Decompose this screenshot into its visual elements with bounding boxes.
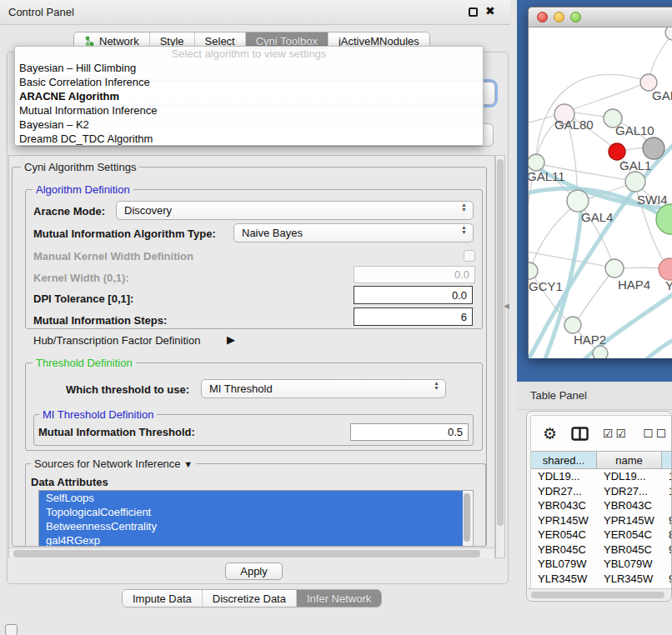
attribute-item[interactable]: TopologicalCoefficient [39,505,463,519]
tab-infer-network[interactable]: Infer Network [296,590,381,607]
sources-collapse-icon: ▼ [183,459,193,469]
network-node[interactable] [609,143,625,160]
network-edge [574,269,614,324]
node-label: HAP2 [574,332,606,347]
column-header[interactable]: name [597,451,662,469]
tab-label: Infer Network [307,592,371,605]
mi-type-combobox[interactable]: Naive Bayes ▲▼ [233,223,474,242]
table-row[interactable]: YDR27...YDR27...12 [531,484,672,499]
attributes-scrollbar[interactable] [463,492,472,545]
mi-type-label: Mutual Information Algorithm Type: [33,228,216,240]
which-threshold-combobox[interactable]: MI Threshold ▲▼ [201,379,446,398]
tab-discretize-data[interactable]: Discretize Data [202,590,296,607]
stepper-icon: ▲▼ [434,381,439,391]
network-node[interactable] [529,154,544,171]
network-node[interactable] [529,262,538,279]
network-node[interactable] [605,259,624,278]
mi-steps-field[interactable]: 6 [354,308,473,326]
network-edge [644,338,672,358]
aracne-mode-combobox[interactable]: Discovery ▲▼ [116,201,474,220]
table-cell: YDL19... [597,469,662,484]
network-graph[interactable]: GALGAL80GAL10GAL1GAL11SWI4GAL4GCY1HAP4YH… [529,28,672,358]
network-node[interactable] [593,346,608,358]
algorithm-option[interactable]: Basic Correlation Inference [15,75,483,89]
docked-panel-icon[interactable] [5,624,18,635]
table-cell: YBL079W [597,557,662,572]
table-cell: YDR27... [597,484,662,499]
hub-section-label[interactable]: Hub/Transcription Factor Definition [33,334,200,347]
mi-threshold-field[interactable]: 0.5 [350,423,469,441]
table-cell: YBL079W [531,557,597,572]
aracne-mode-value: Discovery [124,204,172,217]
split-columns-icon[interactable] [571,427,589,441]
splitter-collapse-icon[interactable]: ◀ [504,302,509,310]
table-cell: YPR145W [531,513,597,528]
table-cell: YBR043C [531,498,597,513]
hub-expand-icon[interactable]: ▶ [227,333,235,346]
network-canvas[interactable]: GALGAL80GAL10GAL1GAL11SWI4GAL4GCY1HAP4YH… [529,28,672,358]
attribute-item[interactable]: BetweennessCentrality [39,519,463,533]
column-header[interactable]: shared... [531,451,597,469]
network-window-titlebar[interactable] [529,8,672,28]
dpi-tolerance-field[interactable]: 0.0 [354,286,473,304]
apply-button[interactable]: Apply [225,562,283,580]
node-table: shared...name YDL19...YDL19...13YDR27...… [531,451,672,601]
zoom-window-icon[interactable] [570,12,581,22]
settings-vertical-scrollbar[interactable] [495,155,505,558]
table-row[interactable]: YBR045CYBR045C9. [531,542,672,558]
deselect-all-columns-icon[interactable]: ☐☐ [643,427,669,440]
table-cell: YBR045C [597,542,662,558]
algorithm-option[interactable]: Mutual Information Inference [15,103,483,118]
table-row[interactable]: YBL079WYBL079W [531,557,672,572]
table-row[interactable]: YLR345WYLR345W9. [531,572,672,587]
tab-impute-data[interactable]: Impute Data [123,590,202,607]
which-threshold-label: Which threshold to use: [66,383,189,396]
algorithm-option[interactable]: Bayesian – K2 [15,118,483,132]
table-row[interactable]: YPR145WYPR145W9. [531,513,672,528]
table-cell [662,498,672,513]
close-panel-icon[interactable]: ✖ [485,4,495,18]
network-node[interactable] [643,138,664,159]
table-cell: YDR27... [531,484,597,499]
network-node[interactable] [665,28,672,40]
table-row[interactable]: YER054CYER054C8. [531,528,672,542]
column-header[interactable] [662,451,672,469]
network-node[interactable] [564,317,581,333]
attribute-item[interactable]: gal4RGexp [39,533,463,547]
table-cell: YLR345W [531,572,597,587]
data-attributes-label: Data Attributes [31,476,108,488]
kernel-width-field[interactable]: 0.0 [354,266,475,283]
table-panel-title: Table Panel [530,389,587,402]
float-panel-icon[interactable] [469,8,478,17]
algorithm-option[interactable]: ARACNE Algorithm [15,89,483,103]
node-label: GAL4 [581,210,613,224]
table-horizontal-scrollbar[interactable] [528,588,671,600]
which-threshold-value: MI Threshold [209,382,273,395]
network-node[interactable] [659,258,672,280]
node-label: HAP4 [618,278,650,292]
attribute-item[interactable]: SelfLoops [39,491,463,505]
table-cell: YDL19... [531,469,597,484]
select-all-columns-icon[interactable]: ☑☑ [603,427,629,440]
manual-kernel-checkbox[interactable] [464,250,475,262]
node-label: GAL80 [554,118,594,132]
table-cell: 9. [662,572,672,587]
algorithm-option[interactable]: Dream8 DC_TDC Algorithm [15,132,483,146]
network-node[interactable] [625,172,645,192]
network-node[interactable] [567,190,589,212]
gear-icon[interactable]: ⚙ [543,424,557,443]
right-region: GALGAL80GAL10GAL1GAL11SWI4GAL4GCY1HAP4YH… [517,0,672,635]
close-window-icon[interactable] [537,12,548,22]
aracne-mode-label: Aracne Mode: [33,205,105,218]
sources-title[interactable]: Sources for Network Inference ▼ [31,458,196,470]
application-window: Control Panel ✖ NetworkStyleSelectCyni T… [0,0,672,635]
panel-title: Control Panel [8,6,74,18]
settings-horizontal-scrollbar[interactable] [9,548,494,558]
table-row[interactable]: YDL19...YDL19...13 [531,469,672,484]
data-attributes-list[interactable]: SelfLoopsTopologicalCoefficientBetweenne… [38,490,474,547]
algorithm-option[interactable]: Bayesian – Hill Climbing [15,61,483,75]
network-view-window[interactable]: GALGAL80GAL10GAL1GAL11SWI4GAL4GCY1HAP4YH… [528,7,672,358]
minimize-window-icon[interactable] [554,12,564,22]
node-label: Y [665,278,672,292]
table-row[interactable]: YBR043CYBR043C [531,498,672,513]
